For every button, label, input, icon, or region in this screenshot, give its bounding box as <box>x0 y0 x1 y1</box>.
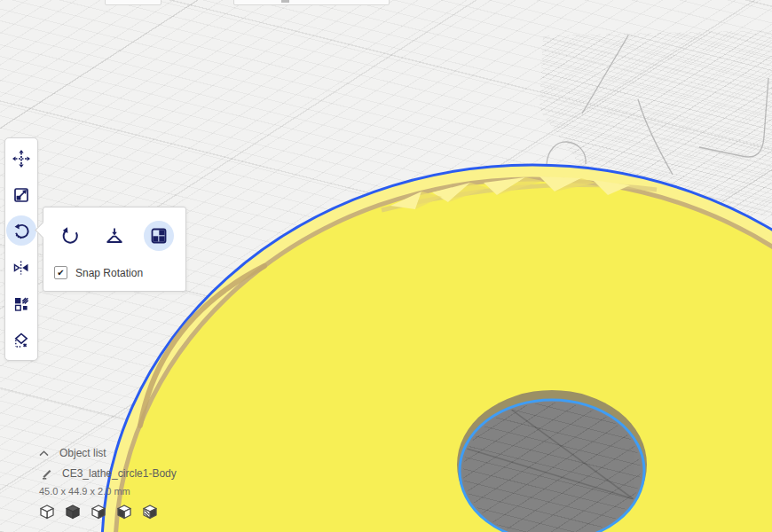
rotate-tool-button[interactable] <box>5 213 37 249</box>
view-mode-row <box>37 502 160 521</box>
per-model-settings-icon <box>12 295 30 313</box>
model-hole <box>457 390 647 532</box>
object-name: CE3_lathe_circle1-Body <box>62 467 177 480</box>
lay-flat-button[interactable] <box>98 220 130 252</box>
top-panel-handle <box>281 0 289 3</box>
snap-rotation-label: Snap Rotation <box>75 267 143 279</box>
rotate-tool-panel: ✔ Snap Rotation <box>43 207 186 292</box>
chevron-up-icon <box>39 450 49 457</box>
cube-front-face-icon <box>115 504 133 520</box>
top-panel-cutoff-right <box>233 0 390 5</box>
select-face-icon <box>149 226 169 246</box>
viewcube-solid-button[interactable] <box>63 502 83 521</box>
rim-facets <box>390 176 630 209</box>
ghost-outline-lines <box>547 35 768 175</box>
object-list-label: Object list <box>59 447 106 459</box>
tool-sidebar <box>4 137 38 361</box>
support-blocker-button[interactable] <box>5 322 37 358</box>
move-icon <box>12 150 30 168</box>
cube-solid-icon <box>64 504 82 520</box>
support-blocker-icon <box>12 332 30 349</box>
viewcube-wireframe-button[interactable] <box>37 502 57 521</box>
object-list-toggle[interactable]: Object list <box>39 447 106 459</box>
snap-rotation-toggle[interactable]: ✔ Snap Rotation <box>54 266 143 279</box>
snap-rotation-checkbox[interactable]: ✔ <box>54 266 67 279</box>
per-model-settings-button[interactable] <box>5 286 37 322</box>
cube-right-face-icon <box>90 504 107 520</box>
model-dimensions: 45.0 x 44.9 x 2.0 mm <box>39 486 130 497</box>
object-list-item[interactable]: CE3_lathe_circle1-Body <box>41 467 177 480</box>
reset-rotation-button[interactable] <box>54 220 86 252</box>
scale-tool-button[interactable] <box>5 176 37 213</box>
top-panel-cutoff-left <box>105 0 161 5</box>
pencil-icon <box>41 468 53 480</box>
mirror-tool-button[interactable] <box>5 249 37 286</box>
cube-wireframe-icon <box>38 504 56 520</box>
app-window: ✔ Snap Rotation Object list CE3_lathe_ci… <box>0 0 772 532</box>
rotate-icon <box>12 223 30 240</box>
mirror-icon <box>12 259 30 277</box>
select-face-button[interactable] <box>143 220 175 252</box>
cube-hatched-icon <box>141 504 159 520</box>
model-disc <box>102 165 772 532</box>
checkmark-icon: ✔ <box>57 269 64 278</box>
move-tool-button[interactable] <box>5 140 37 176</box>
lay-flat-icon <box>105 226 124 246</box>
reset-rotation-icon <box>60 226 80 246</box>
viewcube-right-face-button[interactable] <box>89 502 108 521</box>
scale-icon <box>12 186 30 204</box>
viewcube-front-face-button[interactable] <box>114 502 134 521</box>
viewcube-hatched-button[interactable] <box>140 502 160 521</box>
